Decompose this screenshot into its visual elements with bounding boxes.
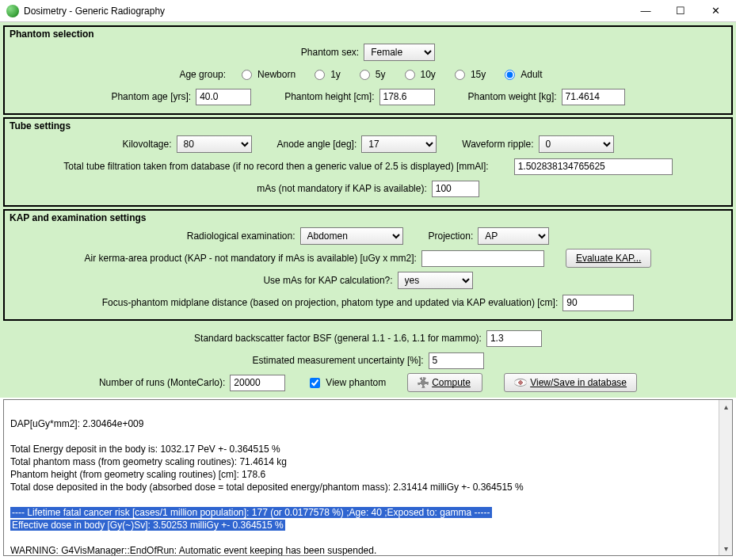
window-title: Dosimetry - Generic Radiography [24,6,628,17]
fpd-input[interactable] [562,295,634,311]
age-group-adult[interactable]: Adult [505,69,542,80]
phantom-sex-label: Phantom sex: [301,47,359,58]
phantom-sex-select[interactable]: Female [364,44,435,61]
maximize-button[interactable]: ☐ [663,1,698,21]
window-controls: ― ☐ ✕ [628,1,733,21]
kap-panel-title: KAP and examination settings [10,212,726,223]
use-mas-select[interactable]: yes [398,272,473,289]
anode-label: Anode angle [deg]: [277,139,357,150]
exam-label: Radiological examination: [187,230,296,242]
kv-select[interactable]: 80 [177,135,252,153]
eye-icon [514,379,527,387]
bsf-label: Standard backscatter factor BSF (general… [194,333,482,344]
close-button[interactable]: ✕ [698,1,733,21]
phantom-panel: Phantom selection Phantom sex: Female Ag… [3,25,733,115]
anode-select[interactable]: 17 [361,135,437,153]
ripple-select[interactable]: 0 [539,135,614,153]
kv-label: Kilovoltage: [122,139,171,150]
unc-input[interactable] [429,352,484,369]
phantom-panel-title: Phantom selection [10,29,726,40]
filtration-label: Total tube filtration taken from databas… [63,161,488,172]
bsf-input[interactable] [486,330,542,347]
scroll-up-icon[interactable]: ▴ [719,400,733,413]
evaluate-kap-button[interactable]: Evaluate KAP... [566,249,652,268]
app-icon [6,5,19,17]
use-mas-label: Use mAs for KAP calculation?: [263,275,392,286]
phantom-weight-input[interactable] [562,89,625,105]
scroll-down-icon[interactable]: ▾ [719,542,733,555]
view-phantom-checkbox[interactable]: View phantom [307,375,386,390]
ripple-label: Waveform ripple: [462,139,533,150]
log-highlight-1: ---- Lifetime fatal cancer risk [cases/1… [10,507,492,518]
log-highlight-2: Effective dose in body [Gy(~)Sv]: 3.5025… [10,520,285,531]
age-group-15y[interactable]: 15y [455,69,486,80]
log-text[interactable]: DAP[uGy*mm2]: 2.30464e+009 Total Energy … [4,400,732,556]
phantom-age-input[interactable] [196,89,251,105]
age-group-newborn[interactable]: Newborn [242,69,296,80]
exam-select[interactable]: Abdomen [300,227,403,245]
proj-label: Projection: [429,230,474,242]
log-scrollbar[interactable]: ▴ ▾ [719,400,732,555]
age-group-1y[interactable]: 1y [315,69,341,80]
age-group-5y[interactable]: 5y [360,69,386,80]
compute-button[interactable]: Compute [407,373,482,392]
runs-input[interactable] [230,375,285,391]
proj-select[interactable]: AP [478,227,549,245]
phantom-height-input[interactable] [379,89,435,105]
filtration-input[interactable] [514,158,673,175]
log-area: DAP[uGy*mm2]: 2.30464e+009 Total Energy … [3,399,733,556]
phantom-height-label: Phantom height [cm]: [284,91,374,102]
tube-panel: Tube settings Kilovoltage: 80 Anode angl… [3,117,733,207]
unc-label: Estimated measurement uncertainty [%]: [252,355,423,366]
kap-panel: KAP and examination settings Radiologica… [3,209,733,321]
titlebar: Dosimetry - Generic Radiography ― ☐ ✕ [0,0,736,22]
runs-label: Number of runs (MonteCarlo): [99,377,225,388]
tube-panel-title: Tube settings [10,120,726,131]
gear-icon [418,377,429,388]
age-group-10y[interactable]: 10y [405,69,436,80]
age-group-label: Age group: [179,69,226,80]
minimize-button[interactable]: ― [628,1,663,21]
mas-input[interactable] [432,181,479,197]
view-save-button[interactable]: View/Save in database [504,373,637,392]
mas-label: mAs (not mandatory if KAP is available): [257,183,427,194]
fpd-label: Focus-phantom midplane distance (based o… [102,297,558,308]
kap-input[interactable] [421,250,544,267]
extra-panel: Standard backscatter factor BSF (general… [3,323,733,396]
phantom-weight-label: Phantom weight [kg]: [468,91,557,102]
phantom-age-label: Phantom age [yrs]: [111,91,191,102]
kap-label: Air kerma-area product (KAP - not mandat… [85,253,417,264]
